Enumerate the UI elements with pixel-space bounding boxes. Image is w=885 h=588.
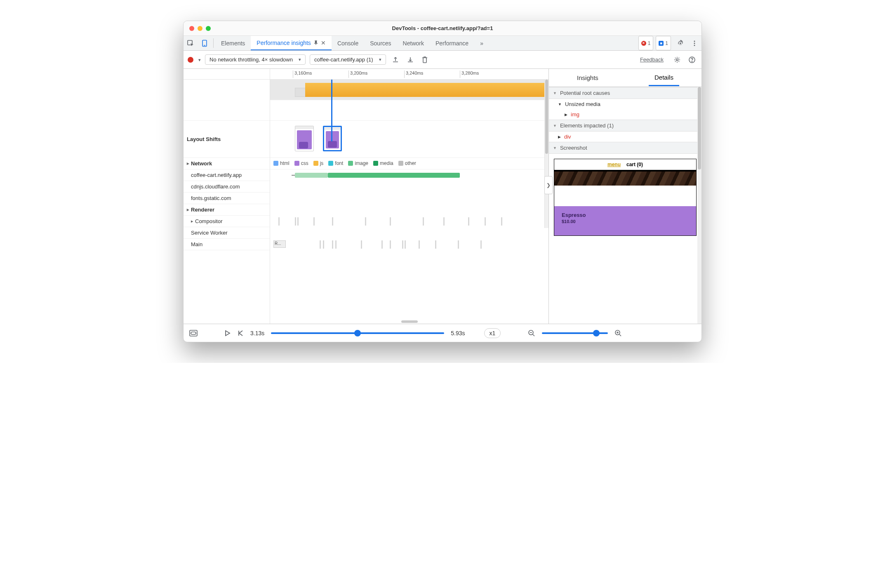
record-button[interactable]: [188, 57, 193, 63]
network-legend-lane: html css js font image media other: [270, 158, 548, 169]
window-title: DevTools - coffee-cart.netlify.app/?ad=1: [184, 25, 701, 31]
track-label-layout-shifts: Layout Shifts: [184, 121, 270, 158]
zoom-out-icon[interactable]: [528, 329, 535, 337]
track-label-main[interactable]: Main: [184, 239, 270, 250]
timeline-panel: 3,160ms 3,200ms 3,240ms 3,280ms Layout S…: [184, 69, 549, 324]
tab-label: Performance insights: [257, 40, 311, 46]
device-toggle-icon[interactable]: [198, 36, 212, 50]
svg-point-5: [694, 45, 695, 46]
track-label-network[interactable]: Network: [184, 158, 270, 169]
tracks: Layout Shifts Network coffee-cart.netlif…: [184, 80, 548, 324]
export-icon[interactable]: [390, 56, 401, 64]
tab-performance[interactable]: Performance: [430, 36, 474, 50]
inspect-icon[interactable]: [184, 36, 198, 50]
net-seg[interactable]: [328, 173, 460, 178]
track-label-flame: [184, 80, 270, 121]
right-scrollbar[interactable]: [697, 87, 701, 324]
time-start: 3.13s: [250, 330, 264, 336]
tab-label: Elements: [221, 40, 245, 47]
tab-network[interactable]: Network: [397, 36, 430, 50]
toggle-overview-icon[interactable]: [189, 330, 198, 336]
time-ruler[interactable]: 3,160ms 3,200ms 3,240ms 3,280ms: [184, 69, 548, 80]
track-label-renderer[interactable]: Renderer: [184, 204, 270, 216]
jump-start-icon[interactable]: [237, 330, 244, 336]
svg-point-6: [676, 59, 678, 61]
tab-elements[interactable]: Elements: [215, 36, 251, 50]
tab-performance-insights[interactable]: Performance insights ✕: [251, 36, 332, 50]
track-label-compositor[interactable]: Compositor: [184, 216, 270, 227]
item-unsized-media[interactable]: Unsized media: [549, 99, 701, 109]
zoom-slider[interactable]: [542, 332, 608, 334]
ls-thumb-1[interactable]: [295, 126, 314, 151]
settings-icon[interactable]: [673, 36, 687, 50]
svg-line-15: [619, 334, 621, 336]
zoom-in-icon[interactable]: [614, 329, 622, 337]
speed-pill[interactable]: x1: [484, 328, 501, 338]
track-label-service-worker[interactable]: Service Worker: [184, 227, 270, 239]
section-elements-impacted[interactable]: Elements impacted (1): [549, 120, 701, 132]
error-badge[interactable]: ✕1: [638, 36, 654, 50]
tab-insights[interactable]: Insights: [571, 70, 604, 85]
target-select[interactable]: coffee-cart.netlify.app (1): [310, 54, 386, 65]
track-label-host3[interactable]: fonts.gstatic.com: [184, 193, 270, 204]
svg-line-12: [533, 334, 534, 336]
section-screenshot[interactable]: Screenshot: [549, 142, 701, 154]
tab-label: Sources: [370, 40, 391, 47]
feedback-link[interactable]: Feedback: [640, 56, 664, 63]
ls-thumb-2-selected[interactable]: [323, 126, 342, 151]
panel-collapse-icon[interactable]: ❯: [544, 176, 553, 194]
target-value: coffee-cart.netlify.app (1): [314, 56, 373, 63]
host1-lane: [270, 169, 548, 181]
ss-banner-image: [554, 172, 696, 186]
renderer-lane: [270, 204, 548, 216]
network-legend: html css js font image media other: [273, 160, 416, 166]
ruler-tick: 3,280ms: [460, 71, 479, 78]
compositor-lane: [270, 216, 548, 227]
tab-console[interactable]: Console: [332, 36, 364, 50]
track-labels: Layout Shifts Network coffee-cart.netlif…: [184, 80, 270, 324]
net-seg[interactable]: [295, 173, 328, 178]
issue-icon: ■: [659, 41, 664, 46]
more-tabs[interactable]: »: [474, 36, 489, 50]
track-label-host1[interactable]: coffee-cart.netlify.app: [184, 169, 270, 181]
item-div[interactable]: div: [549, 132, 701, 142]
throttling-select[interactable]: No network throttling, 4× slowdown: [205, 54, 306, 65]
help-icon[interactable]: [687, 56, 697, 64]
close-icon[interactable]: [189, 26, 194, 31]
delete-icon[interactable]: [420, 56, 430, 64]
time-slider[interactable]: [271, 332, 444, 334]
content-area: 3,160ms 3,200ms 3,240ms 3,280ms Layout S…: [184, 69, 701, 324]
section-root-causes[interactable]: Potential root causes: [549, 87, 701, 99]
minimize-icon[interactable]: [198, 26, 202, 31]
track-canvas[interactable]: html css js font image media other: [270, 80, 548, 324]
tab-label: »: [480, 40, 483, 47]
service-worker-lane: [270, 227, 548, 239]
tab-sources[interactable]: Sources: [364, 36, 397, 50]
ss-product-card: Espresso $10.00: [554, 206, 696, 235]
tab-details[interactable]: Details: [649, 70, 679, 86]
close-tab-icon[interactable]: ✕: [321, 40, 326, 46]
toolbar-settings-icon[interactable]: [672, 56, 683, 64]
vertical-scrollbar[interactable]: [544, 80, 548, 228]
insights-toolbar: No network throttling, 4× slowdown coffe…: [184, 51, 701, 69]
play-icon[interactable]: [225, 330, 231, 336]
issues-badge[interactable]: ■1: [656, 36, 671, 50]
track-label-host2[interactable]: cdnjs.cloudflare.com: [184, 181, 270, 193]
tab-label: Performance: [435, 40, 468, 47]
screenshot-preview: menu cart (0) Espresso $10.00: [554, 159, 697, 236]
svg-point-8: [692, 61, 692, 61]
flame-lane: [270, 80, 548, 100]
flame-block-orange[interactable]: [305, 83, 548, 97]
main-lane: R...: [270, 239, 548, 250]
details-panel: ❯ Insights Details Potential root causes…: [549, 69, 701, 324]
ss-menu-link: menu: [607, 162, 621, 167]
record-menu[interactable]: [196, 56, 201, 63]
right-tabs: Insights Details: [549, 69, 701, 87]
kebab-menu-icon[interactable]: [687, 36, 701, 50]
playhead[interactable]: [331, 80, 332, 141]
devtools-window: DevTools - coffee-cart.netlify.app/?ad=1…: [183, 21, 702, 342]
import-icon[interactable]: [405, 56, 416, 64]
item-img[interactable]: img: [549, 109, 701, 120]
maximize-icon[interactable]: [206, 26, 211, 31]
horizontal-scroll-thumb[interactable]: [401, 320, 418, 323]
